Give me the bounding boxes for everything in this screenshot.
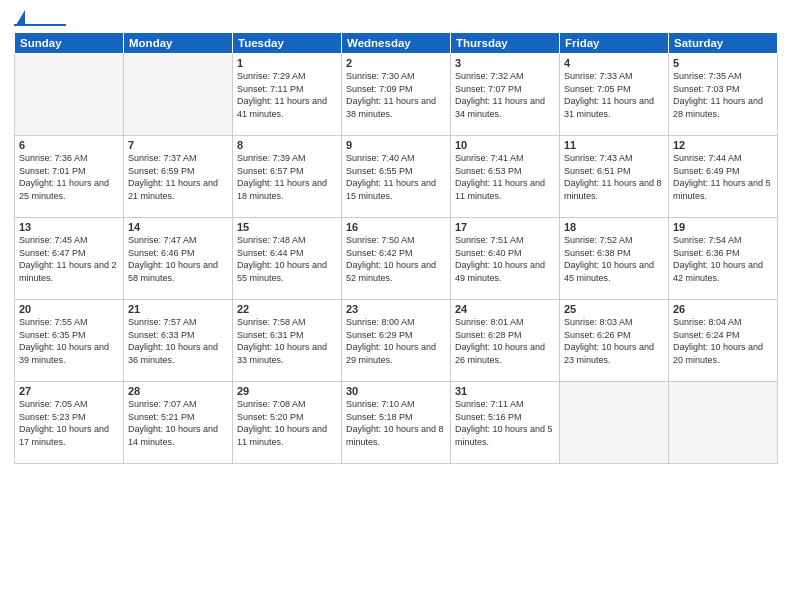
calendar-cell: 30Sunrise: 7:10 AMSunset: 5:18 PMDayligh… [342,382,451,464]
weekday-header-row: SundayMondayTuesdayWednesdayThursdayFrid… [15,33,778,54]
cell-info: Sunrise: 7:36 AMSunset: 7:01 PMDaylight:… [19,152,119,202]
cell-info: Sunrise: 7:05 AMSunset: 5:23 PMDaylight:… [19,398,119,448]
calendar-cell: 14Sunrise: 7:47 AMSunset: 6:46 PMDayligh… [124,218,233,300]
logo-underline [14,24,66,26]
cell-info: Sunrise: 7:50 AMSunset: 6:42 PMDaylight:… [346,234,446,284]
calendar-cell: 17Sunrise: 7:51 AMSunset: 6:40 PMDayligh… [451,218,560,300]
week-row-3: 13Sunrise: 7:45 AMSunset: 6:47 PMDayligh… [15,218,778,300]
day-number: 23 [346,303,446,315]
cell-info: Sunrise: 7:07 AMSunset: 5:21 PMDaylight:… [128,398,228,448]
day-number: 30 [346,385,446,397]
weekday-header-friday: Friday [560,33,669,54]
day-number: 16 [346,221,446,233]
cell-info: Sunrise: 7:52 AMSunset: 6:38 PMDaylight:… [564,234,664,284]
calendar-cell: 25Sunrise: 8:03 AMSunset: 6:26 PMDayligh… [560,300,669,382]
cell-info: Sunrise: 7:32 AMSunset: 7:07 PMDaylight:… [455,70,555,120]
week-row-5: 27Sunrise: 7:05 AMSunset: 5:23 PMDayligh… [15,382,778,464]
cell-info: Sunrise: 7:30 AMSunset: 7:09 PMDaylight:… [346,70,446,120]
calendar-cell [669,382,778,464]
weekday-header-wednesday: Wednesday [342,33,451,54]
cell-info: Sunrise: 8:00 AMSunset: 6:29 PMDaylight:… [346,316,446,366]
calendar-cell: 4Sunrise: 7:33 AMSunset: 7:05 PMDaylight… [560,54,669,136]
cell-info: Sunrise: 8:04 AMSunset: 6:24 PMDaylight:… [673,316,773,366]
calendar-cell: 16Sunrise: 7:50 AMSunset: 6:42 PMDayligh… [342,218,451,300]
day-number: 17 [455,221,555,233]
calendar-cell [15,54,124,136]
cell-info: Sunrise: 7:33 AMSunset: 7:05 PMDaylight:… [564,70,664,120]
day-number: 28 [128,385,228,397]
cell-info: Sunrise: 7:39 AMSunset: 6:57 PMDaylight:… [237,152,337,202]
cell-info: Sunrise: 7:54 AMSunset: 6:36 PMDaylight:… [673,234,773,284]
day-number: 29 [237,385,337,397]
cell-info: Sunrise: 8:01 AMSunset: 6:28 PMDaylight:… [455,316,555,366]
cell-info: Sunrise: 7:10 AMSunset: 5:18 PMDaylight:… [346,398,446,448]
weekday-header-sunday: Sunday [15,33,124,54]
weekday-header-saturday: Saturday [669,33,778,54]
day-number: 3 [455,57,555,69]
day-number: 22 [237,303,337,315]
calendar-cell: 13Sunrise: 7:45 AMSunset: 6:47 PMDayligh… [15,218,124,300]
calendar-cell: 21Sunrise: 7:57 AMSunset: 6:33 PMDayligh… [124,300,233,382]
calendar-cell: 18Sunrise: 7:52 AMSunset: 6:38 PMDayligh… [560,218,669,300]
day-number: 25 [564,303,664,315]
day-number: 21 [128,303,228,315]
calendar-cell: 26Sunrise: 8:04 AMSunset: 6:24 PMDayligh… [669,300,778,382]
calendar-cell: 1Sunrise: 7:29 AMSunset: 7:11 PMDaylight… [233,54,342,136]
cell-info: Sunrise: 7:51 AMSunset: 6:40 PMDaylight:… [455,234,555,284]
calendar-cell: 20Sunrise: 7:55 AMSunset: 6:35 PMDayligh… [15,300,124,382]
calendar-cell: 7Sunrise: 7:37 AMSunset: 6:59 PMDaylight… [124,136,233,218]
week-row-2: 6Sunrise: 7:36 AMSunset: 7:01 PMDaylight… [15,136,778,218]
day-number: 2 [346,57,446,69]
day-number: 15 [237,221,337,233]
calendar-cell [124,54,233,136]
calendar-cell: 11Sunrise: 7:43 AMSunset: 6:51 PMDayligh… [560,136,669,218]
cell-info: Sunrise: 7:45 AMSunset: 6:47 PMDaylight:… [19,234,119,284]
cell-info: Sunrise: 7:55 AMSunset: 6:35 PMDaylight:… [19,316,119,366]
calendar-cell: 9Sunrise: 7:40 AMSunset: 6:55 PMDaylight… [342,136,451,218]
day-number: 18 [564,221,664,233]
cell-info: Sunrise: 7:44 AMSunset: 6:49 PMDaylight:… [673,152,773,202]
calendar-cell: 6Sunrise: 7:36 AMSunset: 7:01 PMDaylight… [15,136,124,218]
day-number: 10 [455,139,555,151]
calendar-cell: 24Sunrise: 8:01 AMSunset: 6:28 PMDayligh… [451,300,560,382]
day-number: 9 [346,139,446,151]
weekday-header-monday: Monday [124,33,233,54]
calendar-cell: 22Sunrise: 7:58 AMSunset: 6:31 PMDayligh… [233,300,342,382]
weekday-header-thursday: Thursday [451,33,560,54]
day-number: 4 [564,57,664,69]
cell-info: Sunrise: 7:40 AMSunset: 6:55 PMDaylight:… [346,152,446,202]
cell-info: Sunrise: 7:35 AMSunset: 7:03 PMDaylight:… [673,70,773,120]
day-number: 13 [19,221,119,233]
logo [14,10,66,26]
day-number: 24 [455,303,555,315]
day-number: 11 [564,139,664,151]
cell-info: Sunrise: 7:37 AMSunset: 6:59 PMDaylight:… [128,152,228,202]
calendar-cell: 2Sunrise: 7:30 AMSunset: 7:09 PMDaylight… [342,54,451,136]
day-number: 26 [673,303,773,315]
day-number: 31 [455,385,555,397]
day-number: 12 [673,139,773,151]
calendar-cell: 3Sunrise: 7:32 AMSunset: 7:07 PMDaylight… [451,54,560,136]
cell-info: Sunrise: 7:47 AMSunset: 6:46 PMDaylight:… [128,234,228,284]
weekday-header-tuesday: Tuesday [233,33,342,54]
logo-triangle-icon [16,10,25,25]
page: SundayMondayTuesdayWednesdayThursdayFrid… [0,0,792,612]
day-number: 27 [19,385,119,397]
calendar-cell: 31Sunrise: 7:11 AMSunset: 5:16 PMDayligh… [451,382,560,464]
cell-info: Sunrise: 8:03 AMSunset: 6:26 PMDaylight:… [564,316,664,366]
week-row-1: 1Sunrise: 7:29 AMSunset: 7:11 PMDaylight… [15,54,778,136]
calendar-cell: 28Sunrise: 7:07 AMSunset: 5:21 PMDayligh… [124,382,233,464]
cell-info: Sunrise: 7:48 AMSunset: 6:44 PMDaylight:… [237,234,337,284]
cell-info: Sunrise: 7:58 AMSunset: 6:31 PMDaylight:… [237,316,337,366]
day-number: 8 [237,139,337,151]
day-number: 6 [19,139,119,151]
cell-info: Sunrise: 7:29 AMSunset: 7:11 PMDaylight:… [237,70,337,120]
cell-info: Sunrise: 7:57 AMSunset: 6:33 PMDaylight:… [128,316,228,366]
day-number: 1 [237,57,337,69]
calendar-cell: 29Sunrise: 7:08 AMSunset: 5:20 PMDayligh… [233,382,342,464]
calendar-table: SundayMondayTuesdayWednesdayThursdayFrid… [14,32,778,464]
calendar-cell [560,382,669,464]
calendar-cell: 23Sunrise: 8:00 AMSunset: 6:29 PMDayligh… [342,300,451,382]
header [14,10,778,26]
calendar-cell: 10Sunrise: 7:41 AMSunset: 6:53 PMDayligh… [451,136,560,218]
